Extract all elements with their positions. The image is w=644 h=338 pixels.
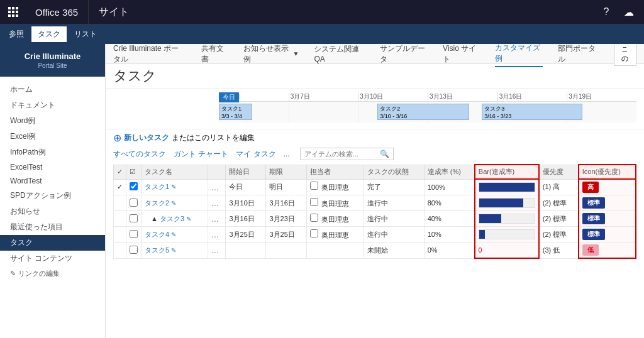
- td-checkbox-3[interactable]: [126, 211, 142, 227]
- toolbar-gantt[interactable]: ガント チャート: [174, 149, 228, 160]
- content-area: Crie Illuminate ポータル 共有文書 お知らせ表示例 ▼ システム…: [106, 44, 644, 338]
- td-taskname-2: タスク2 ✎: [142, 195, 208, 211]
- site-title-section: サイト: [89, 0, 596, 24]
- td-completion-1: 100%: [424, 179, 475, 195]
- table-row: タスク2 ✎ ... 3月10日 3月16日 奥田理恵 進行中 80% (2) …: [114, 195, 636, 211]
- site-logo: Crie Illuminate Portal Site: [0, 44, 105, 77]
- td-completion-5: 0%: [424, 243, 475, 259]
- subnav-tab-browse[interactable]: 参照: [3, 26, 30, 42]
- task-link-3[interactable]: タスク3 ✎: [160, 215, 191, 222]
- sidebar-item-task[interactable]: タスク: [0, 235, 105, 251]
- subnav-tab-list[interactable]: リスト: [68, 26, 103, 42]
- icon-badge-5: 低: [582, 244, 599, 256]
- sidebar-item-recent[interactable]: 最近使った項目: [0, 219, 105, 235]
- td-priority-1: (1) 高: [539, 179, 579, 195]
- gantt-date-6: 3月19日: [567, 92, 636, 101]
- td-checkbox-4[interactable]: [126, 227, 142, 243]
- bar-fill-2: [479, 199, 523, 207]
- dots-button-4[interactable]: ...: [211, 229, 219, 239]
- subnav-tab-task[interactable]: タスク: [31, 26, 67, 42]
- dots-button-5[interactable]: ...: [211, 245, 219, 255]
- td-completion-4: 10%: [424, 227, 475, 243]
- sidebar-item-word[interactable]: Word例: [0, 113, 105, 129]
- td-check-2: [114, 195, 126, 211]
- th-icon-priority: Icon(優先度): [579, 165, 636, 179]
- gantt-dates: 3月4日 3月7日 3月10日 3月13日 3月16日 3月19日: [219, 92, 636, 101]
- td-due-4: 3月25日: [266, 227, 306, 243]
- sidebar-item-wordtest[interactable]: WordTest: [0, 174, 105, 188]
- td-due-1: 明日: [266, 179, 306, 195]
- td-icon-1: 高: [579, 179, 636, 195]
- sidebar-edit-links[interactable]: リンクの編集: [0, 266, 105, 281]
- task-link-2[interactable]: タスク2 ✎: [145, 199, 176, 207]
- dots-button-1[interactable]: ...: [211, 182, 219, 192]
- task-link-5[interactable]: タスク5 ✎: [145, 246, 176, 254]
- bar-fill-4: [479, 230, 485, 239]
- add-task-bar: ⊕ 新しいタスク またはこのリストを編集: [113, 132, 636, 144]
- row-checkbox-4[interactable]: [130, 230, 138, 238]
- dots-button-2[interactable]: ...: [211, 198, 219, 208]
- th-checkbox[interactable]: ☑: [126, 165, 142, 179]
- add-task-link[interactable]: 新しいタスク: [124, 133, 169, 143]
- cloud-icon[interactable]: ☁: [619, 2, 639, 22]
- th-dots: [208, 165, 226, 179]
- page-header: タスク: [106, 64, 644, 89]
- dots-button-3[interactable]: ...: [211, 214, 219, 224]
- topnav-system[interactable]: システム関連QA: [314, 44, 365, 66]
- td-due-3: 3月23日: [266, 211, 306, 227]
- td-dots-2[interactable]: ...: [208, 195, 226, 211]
- left-sidebar: Crie Illuminate Portal Site ホーム ドキュメント W…: [0, 44, 106, 338]
- td-bar-3: [475, 211, 539, 227]
- td-dots-5[interactable]: ...: [208, 243, 226, 259]
- assignee-check-4[interactable]: [310, 229, 318, 237]
- td-checkbox-1[interactable]: [126, 179, 142, 195]
- bar-container-2: [479, 198, 535, 208]
- sidebar-item-notice[interactable]: お知らせ: [0, 204, 105, 219]
- app-launcher-button[interactable]: [0, 0, 25, 24]
- sidebar-item-spd[interactable]: SPDアクション例: [0, 188, 105, 204]
- toolbar-all-tasks[interactable]: すべてのタスク: [113, 149, 166, 160]
- toolbar-more-dots[interactable]: ...: [284, 150, 290, 158]
- task-toolbar: すべてのタスク ガント チャート マイ タスク ... 🔍: [113, 148, 636, 160]
- sidebar-item-home[interactable]: ホーム: [0, 82, 105, 97]
- sidebar-item-excel[interactable]: Excel例: [0, 129, 105, 144]
- td-start-1: 今日: [226, 179, 266, 195]
- row-checkbox-5[interactable]: [130, 246, 138, 254]
- assignee-check-1[interactable]: [310, 182, 318, 190]
- bar-container-4: [479, 229, 535, 239]
- td-start-2: 3月10日: [226, 195, 266, 211]
- td-check-1: ✓: [114, 179, 126, 195]
- icon-badge-4: 標準: [582, 229, 605, 240]
- sidebar-item-documents[interactable]: ドキュメント: [0, 97, 105, 113]
- help-icon[interactable]: ?: [596, 2, 616, 22]
- task-link-1[interactable]: タスク1 ✎: [145, 183, 176, 190]
- row-checkbox-1[interactable]: [130, 182, 138, 190]
- sidebar-item-exceltest[interactable]: ExcelTest: [0, 160, 105, 174]
- table-row: ▲ タスク3 ✎ ... 3月16日 3月23日 奥田理恵 進行中 40% (2…: [114, 211, 636, 227]
- td-checkbox-5[interactable]: [126, 243, 142, 259]
- td-checkbox-2[interactable]: [126, 195, 142, 211]
- gantt-date-2: 3月7日: [289, 92, 358, 101]
- task-link-4[interactable]: タスク4 ✎: [145, 231, 176, 238]
- td-priority-3: (2) 標準: [539, 211, 579, 227]
- content-top-nav: Crie Illuminate ポータル 共有文書 お知らせ表示例 ▼ システム…: [106, 44, 644, 64]
- assignee-check-2[interactable]: [310, 198, 318, 206]
- search-box: 🔍: [300, 148, 394, 160]
- td-start-4: 3月25日: [226, 227, 266, 243]
- td-dots-4[interactable]: ...: [208, 227, 226, 243]
- td-bar-5: 0: [475, 243, 539, 259]
- th-status: タスクの状態: [364, 165, 424, 179]
- row-checkbox-3[interactable]: [130, 214, 138, 222]
- th-bar: Bar(達成率): [475, 165, 539, 179]
- td-dots-3[interactable]: ...: [208, 211, 226, 227]
- toolbar-my-tasks[interactable]: マイ タスク: [236, 149, 275, 160]
- row-checkbox-2[interactable]: [130, 199, 138, 207]
- sidebar-item-site-contents[interactable]: サイト コンテンツ: [0, 251, 105, 266]
- search-input[interactable]: [304, 150, 380, 158]
- bar-container-3: [479, 214, 535, 224]
- assignee-check-3[interactable]: [310, 214, 318, 222]
- sidebar-item-infopath[interactable]: InfoPath例: [0, 144, 105, 160]
- td-dots-1[interactable]: ...: [208, 179, 226, 195]
- topnav-more-button[interactable]: この: [614, 44, 636, 66]
- td-priority-5: (3) 低: [539, 243, 579, 259]
